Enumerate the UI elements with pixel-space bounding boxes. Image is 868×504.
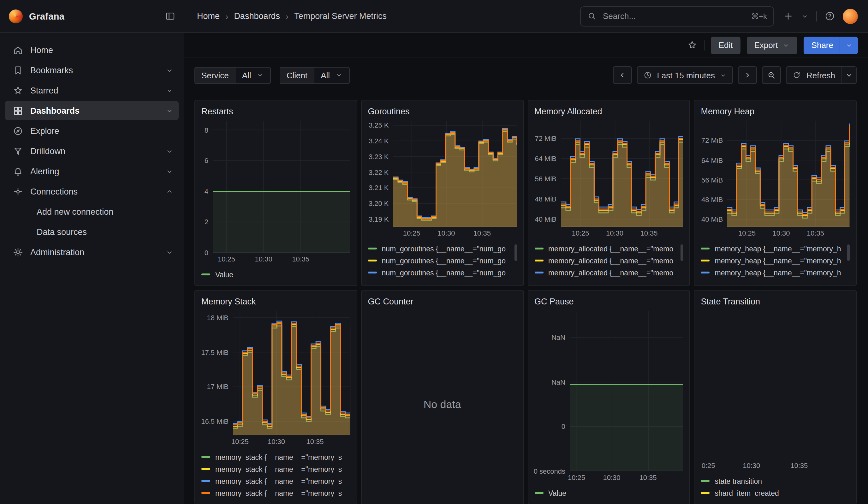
legend-item[interactable]: memory_heap {__name__="memory_h [701,255,850,267]
plot-area[interactable] [393,121,517,227]
legend-item[interactable]: num_goroutines {__name__="num_go [368,267,517,278]
panel-header[interactable]: State Transition [701,294,850,308]
breadcrumb-dashboards[interactable]: Dashboards [234,11,280,21]
y-tick-label: 16.5 MiB [201,418,228,425]
sidebar-item-dashboards[interactable]: Dashboards [5,101,179,120]
export-button[interactable]: Export [746,36,797,54]
breadcrumb-home[interactable]: Home [197,11,220,21]
sidebar-toggle-icon[interactable] [165,11,175,21]
panel-header[interactable]: Memory Allocated [534,104,683,118]
chevron-down-icon[interactable] [801,12,809,20]
favorite-star-icon[interactable] [687,40,698,51]
variable-value: All [242,70,251,80]
legend-item[interactable]: memory_allocated {__name__="memo [534,243,683,255]
search-input[interactable] [602,11,746,21]
plot-row: 16.5 MiB17 MiB17.5 MiB18 MiB [202,311,350,435]
time-shift-forward-button[interactable] [738,66,757,84]
panel-header[interactable]: Memory Heap [701,104,850,118]
sidebar-item-starred[interactable]: Starred [5,81,179,100]
plot-area[interactable] [213,121,350,253]
x-tick-label: 10:35 [474,229,491,237]
sidebar-item-explore[interactable]: Explore [5,121,179,140]
time-shift-back-button[interactable] [613,66,632,84]
legend-item[interactable]: num_goroutines {__name__="num_go [368,278,517,280]
x-tick-label: 10:25 [403,229,421,237]
legend-item[interactable]: shard_item_created [701,487,850,499]
panel-title: Memory Heap [701,106,755,116]
legend-item[interactable]: memory_heap {__name__="memory_h [701,278,850,280]
legend-item[interactable]: memory_heap {__name__="memory_h [701,243,850,255]
panel-header[interactable]: Restarts [202,104,350,118]
plot-area[interactable] [561,121,683,227]
panel-header[interactable]: Goroutines [368,104,517,118]
star-icon [13,85,23,96]
legend-item[interactable]: memory_allocated {__name__="memo [534,278,683,280]
edit-button[interactable]: Edit [711,36,741,54]
share-menu-chevron-icon[interactable] [840,36,858,54]
avatar[interactable] [843,9,858,24]
x-axis: 10:2510:3010:35 [727,229,850,240]
sidebar-item-administration[interactable]: Administration [5,243,179,261]
legend-item[interactable]: memory_stack {__name__="memory_s [202,463,350,475]
chevron-down-icon[interactable] [165,248,174,256]
refresh-interval-chevron-icon[interactable] [841,66,857,84]
x-axis: 10:2510:3010:35 [233,437,350,449]
legend-item[interactable]: memory_stack {__name__="memory_s [202,451,350,463]
variable-value-dropdown[interactable]: All [314,66,349,84]
plot-area[interactable] [727,121,850,227]
legend-item[interactable]: memory_stack {__name__="memory_s [202,475,350,487]
panel-header[interactable]: GC Pause [534,294,683,308]
sidebar-item-connections[interactable]: Connections [5,182,179,201]
panel-header[interactable]: GC Counter [368,294,517,308]
grafana-logo-icon[interactable] [9,9,23,23]
legend-item[interactable]: num_goroutines {__name__="num_go [368,243,517,255]
panel-header[interactable]: Memory Stack [202,294,350,308]
help-icon[interactable] [825,11,835,21]
sidebar-item-home[interactable]: Home [5,40,179,59]
variable-service[interactable]: ServiceAll [194,66,271,84]
legend-item[interactable]: memory_heap {__name__="memory_h [701,267,850,278]
new-item-icon[interactable] [783,11,794,21]
grafana-app: Grafana Home › Dashboards › Temporal Ser… [0,0,868,504]
time-range-picker[interactable]: Last 15 minutes [637,66,733,84]
legend-item[interactable]: memory_allocated {__name__="memo [534,255,683,267]
zoom-out-icon[interactable] [762,66,781,84]
plot-area[interactable] [701,311,850,459]
legend-item[interactable]: num_goroutines {__name__="num_go [368,255,517,267]
legend-marker [701,260,710,261]
sidebar-item-alerting[interactable]: Alerting [5,162,179,181]
y-tick-label: 17.5 MiB [201,348,228,356]
legend-label: state transition [715,477,762,485]
variable-value-dropdown[interactable]: All [235,66,271,84]
chevron-down-icon[interactable] [165,147,174,155]
legend-label: Value [548,489,566,497]
legend-item[interactable]: Value [534,487,683,499]
chevron-down-icon[interactable] [165,86,174,94]
legend-marker [202,274,210,275]
x-tick-label: 10:35 [292,255,309,263]
plot-area[interactable] [233,311,350,435]
panel-title: Restarts [202,106,233,116]
share-label: Share [804,40,840,50]
sidebar-item-label: Explore [30,126,59,135]
variable-client[interactable]: ClientAll [280,66,349,84]
legend-item[interactable]: memory_stack {__name__="memory_s [202,487,350,499]
chevron-down-icon[interactable] [165,167,174,175]
sidebar-item-drilldown[interactable]: Drilldown [5,142,179,161]
legend-label: memory_stack {__name__="memory_s [215,465,342,473]
time-controls: Last 15 minutes Refresh [613,66,857,84]
legend-item[interactable]: memory_allocated {__name__="memo [534,267,683,278]
chevron-up-icon[interactable] [165,187,174,195]
share-button[interactable]: Share [804,36,858,54]
variable-value: All [321,70,330,80]
refresh-button[interactable]: Refresh [786,66,841,84]
legend-item[interactable]: state transition [701,475,850,487]
search-box[interactable]: ⌘+k [580,6,774,26]
plot-area[interactable] [570,311,683,471]
sidebar-item-data-sources[interactable]: Data sources [5,222,179,241]
legend-item[interactable]: Value [202,268,350,280]
sidebar-item-bookmarks[interactable]: Bookmarks [5,61,179,80]
chevron-down-icon[interactable] [165,106,174,115]
sidebar-item-add-new-connection[interactable]: Add new connection [5,202,179,221]
chevron-down-icon[interactable] [165,66,174,74]
